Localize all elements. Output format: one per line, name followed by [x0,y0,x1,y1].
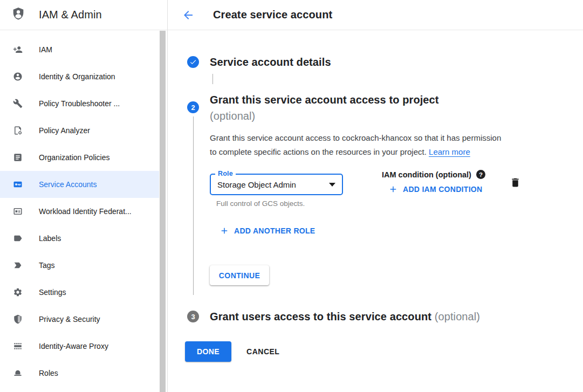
card-badge-icon [13,207,23,216]
add-iam-condition-button[interactable]: ADD IAM CONDITION [382,184,482,194]
step-1-title: Service account details [210,55,331,69]
step-2-rail: 2 [187,92,199,295]
role-field-group: Role Storage Object Admin Full control o… [210,174,343,208]
sidebar-item-labels[interactable]: Labels [0,225,167,252]
sidebar-item-label: Organization Policies [39,153,110,162]
sidebar-item-identity-organization[interactable]: Identity & Organization [0,63,167,90]
sidebar-item-organization-policies[interactable]: Organization Policies [0,144,167,171]
policy-analyzer-icon [13,126,23,135]
sidebar-item-label: Privacy & Security [39,315,100,324]
sidebar-item-identity-aware-proxy[interactable]: Identity-Aware Proxy [0,333,167,360]
step-2-optional-label: (optional) [210,108,583,124]
sidebar-item-roles[interactable]: Roles [0,360,167,387]
iam-condition-group: IAM condition (optional) ? ADD IAM CONDI… [382,170,485,194]
step-3-number-badge: 3 [187,311,199,322]
plus-icon [220,226,234,236]
sidebar-item-iam[interactable]: IAM [0,36,167,63]
product-title: IAM & Admin [39,9,102,21]
help-icon[interactable]: ? [476,170,485,179]
label-icon [13,233,23,243]
learn-more-link[interactable]: Learn more [429,147,470,156]
sidebar-item-privacy-security[interactable]: Privacy & Security [0,306,167,333]
sidebar-item-service-accounts[interactable]: Service Accounts [0,171,167,198]
step-1-complete-badge [187,56,199,68]
proxy-grid-icon [13,341,23,351]
arrow-back-icon [182,9,195,22]
step-2-connector-line [193,116,194,295]
sidebar-scrollbar-track [159,30,167,392]
role-helper-text: Full control of GCS objects. [210,200,343,208]
hat-icon [13,368,23,378]
sidebar-item-label: Labels [39,234,61,243]
delete-role-button[interactable] [510,177,521,188]
main-panel: Create service account Service account d… [168,0,583,392]
gear-icon [13,287,23,297]
role-field-label: Role [215,170,236,177]
step-3-title-text: Grant users access to this service accou… [210,311,431,322]
sidebar-item-workload-identity-federation[interactable]: Workload Identity Federat... [0,198,167,225]
label-important-icon [13,260,23,270]
add-another-role-button[interactable]: ADD ANOTHER ROLE [210,226,315,236]
step-1-header: Service account details [187,55,583,69]
form-actions: DONE CANCEL [185,341,583,362]
page-header: Create service account [168,0,583,30]
sidebar-item-label: Identity & Organization [39,72,115,81]
check-icon [189,58,197,66]
sidebar-item-label: IAM [39,45,52,54]
step-2-title: Grant this service account access to pro… [210,92,583,124]
sidebar-item-label: Policy Troubleshooter ... [39,99,120,108]
step-3-header: 3 Grant users access to this service acc… [187,310,583,324]
sidebar-item-label: Roles [39,369,58,377]
wrench-icon [13,99,23,108]
sidebar-item-label: Settings [39,288,66,297]
sidebar-item-tags[interactable]: Tags [0,252,167,279]
iam-condition-label: IAM condition (optional) [382,170,471,179]
done-button[interactable]: DONE [185,341,231,362]
role-fields-row: Role Storage Object Admin Full control o… [210,174,583,208]
cancel-button[interactable]: CANCEL [246,347,279,356]
service-account-icon [13,180,23,189]
sidebar-item-label: Identity-Aware Proxy [39,342,108,350]
step-2-section: 2 Grant this service account access to p… [187,92,583,295]
sidebar-item-label: Policy Analyzer [39,126,90,135]
description-line-2: to complete specific actions on the reso… [210,147,427,156]
step-connector-line [212,74,213,84]
continue-button[interactable]: CONTINUE [210,265,269,285]
step-3-optional-label: (optional) [435,311,480,322]
step-2-number-badge: 2 [187,101,199,113]
sidebar-item-label: Service Accounts [39,180,97,189]
app-window: IAM & Admin IAM Identity & Organization [0,0,583,392]
role-select[interactable]: Role Storage Object Admin [210,174,343,195]
sidebar-item-policy-troubleshooter[interactable]: Policy Troubleshooter ... [0,90,167,117]
account-circle-icon [13,72,23,81]
sidebar-header: IAM & Admin [0,0,167,30]
add-another-role-label: ADD ANOTHER ROLE [234,226,315,235]
dropdown-arrow-icon [329,183,335,187]
step-2-description: Grant this service account access to coc… [210,131,533,159]
sidebar-scrollbar-thumb[interactable] [160,31,166,392]
back-button[interactable] [182,9,195,22]
sidebar-item-label: Tags [39,261,55,270]
step-2-title-text: Grant this service account access to pro… [210,92,583,108]
description-line-1: Grant this service account access to coc… [210,131,533,145]
sidebar: IAM & Admin IAM Identity & Organization [0,0,168,392]
sidebar-nav: IAM Identity & Organization Policy Troub… [0,30,167,387]
article-icon [13,153,23,162]
stepper-content: Service account details 2 Grant this ser… [168,30,583,392]
page-title: Create service account [213,9,332,21]
trash-icon [510,177,521,188]
sidebar-item-policy-analyzer[interactable]: Policy Analyzer [0,117,167,144]
plus-icon [388,184,403,194]
person-add-icon [13,45,23,54]
sidebar-item-settings[interactable]: Settings [0,279,167,306]
sidebar-item-label: Workload Identity Federat... [39,207,132,216]
shield-icon [13,314,23,324]
add-iam-condition-label: ADD IAM CONDITION [403,185,482,194]
iam-admin-shield-icon [11,6,26,24]
role-selected-value: Storage Object Admin [217,180,296,189]
step-3-title: Grant users access to this service accou… [210,310,480,324]
